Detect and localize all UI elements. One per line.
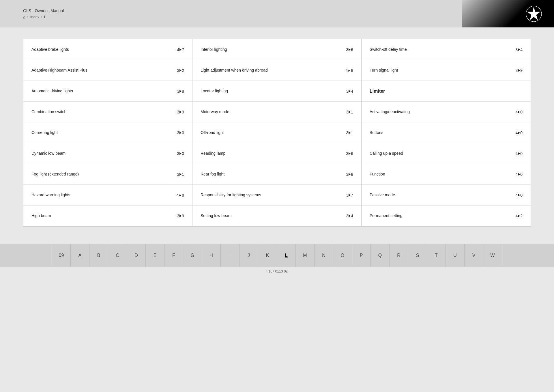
row-label: Passive mode (370, 192, 515, 198)
nav-item-09[interactable]: 09 (52, 244, 71, 267)
row-label: High beam (31, 213, 177, 219)
nav-item-n[interactable]: N (315, 244, 333, 267)
nav-item-f[interactable]: F (164, 244, 183, 267)
index-row[interactable]: Light adjustment when driving abroad4►8 (192, 60, 361, 81)
index-row[interactable]: Adaptive brake lights47 (23, 39, 192, 60)
nav-item-v[interactable]: V (465, 244, 483, 267)
nav-item-t[interactable]: T (427, 244, 446, 267)
header-title-area: GLS - Owner's Manual ⌂ › Index › L (23, 8, 64, 19)
index-row[interactable]: Adaptive Highbeam Assist Plus32 (23, 60, 192, 81)
doc-id: F167 0113 02 (266, 269, 288, 273)
nav-item-q[interactable]: Q (371, 244, 390, 267)
index-row[interactable]: Automatic driving lights38 (23, 81, 192, 102)
breadcrumb: ⌂ › Index › L (23, 15, 64, 19)
row-label: Responsibility for lighting systems (201, 192, 346, 198)
index-row[interactable]: Off-road light31 (192, 122, 361, 143)
nav-item-l[interactable]: L (277, 244, 296, 267)
breadcrumb-index[interactable]: Index (30, 15, 40, 19)
mercedes-benz-logo (525, 5, 542, 23)
index-row[interactable]: Limiter (362, 81, 531, 102)
nav-item-w[interactable]: W (483, 244, 502, 267)
alphabet-nav: 09ABCDEFGHIJKLMNOPQRSTUVW (0, 244, 554, 267)
index-row[interactable]: Turn signal light39 (362, 60, 531, 81)
document-title: GLS - Owner's Manual (23, 8, 64, 13)
index-row[interactable]: Interior lighting36 (192, 39, 361, 60)
row-label: Reading lamp (201, 151, 346, 156)
nav-item-m[interactable]: M (296, 244, 315, 267)
index-row[interactable]: Fog light (extended range)31 (23, 164, 192, 185)
home-icon[interactable]: ⌂ (23, 15, 25, 19)
nav-item-i[interactable]: I (221, 244, 239, 267)
svg-marker-1 (527, 6, 540, 20)
index-row[interactable]: Cornering light30 (23, 122, 192, 143)
row-label: Hazard warning lights (31, 192, 177, 198)
index-row[interactable]: Rear fog light38 (192, 164, 361, 185)
index-row[interactable]: Setting low beam34 (192, 206, 361, 226)
breadcrumb-sep-1: › (27, 15, 28, 19)
nav-item-b[interactable]: B (89, 244, 108, 267)
index-row[interactable]: Responsibility for lighting systems37 (192, 185, 361, 206)
nav-item-e[interactable]: E (146, 244, 164, 267)
row-label: Automatic driving lights (31, 88, 177, 94)
index-row[interactable]: Combination switch39 (23, 102, 192, 122)
row-label: Fog light (extended range) (31, 171, 177, 177)
index-row[interactable]: Switch-off delay time34 (362, 39, 531, 60)
nav-item-r[interactable]: R (390, 244, 408, 267)
row-label: Cornering light (31, 130, 177, 136)
index-row[interactable]: Dynamic low beam30 (23, 143, 192, 164)
page-header: GLS - Owner's Manual ⌂ › Index › L (0, 0, 554, 27)
nav-item-k[interactable]: K (258, 244, 277, 267)
index-table: Adaptive brake lights47Adaptive Highbeam… (23, 39, 531, 227)
nav-item-h[interactable]: H (202, 244, 221, 267)
index-row[interactable]: Buttons40 (362, 122, 531, 143)
nav-item-c[interactable]: C (108, 244, 127, 267)
row-label: Permanent setting (370, 213, 515, 219)
row-label: Interior lighting (201, 47, 346, 53)
index-row[interactable]: Passive mode40 (362, 185, 531, 206)
nav-item-u[interactable]: U (446, 244, 465, 267)
row-label: Combination switch (31, 109, 177, 115)
column-3: Switch-off delay time34Turn signal light… (362, 39, 531, 226)
row-label: Setting low beam (201, 213, 346, 219)
index-row[interactable]: Function40 (362, 164, 531, 185)
row-label: Locator lighting (201, 88, 346, 94)
index-row[interactable]: High beam39 (23, 206, 192, 226)
nav-item-o[interactable]: O (333, 244, 352, 267)
breadcrumb-sep-2: › (41, 15, 42, 19)
footer: F167 0113 02 (0, 267, 554, 278)
row-label: Motorway mode (201, 109, 346, 115)
index-row[interactable]: Motorway mode31 (192, 102, 361, 122)
row-label: Dynamic low beam (31, 151, 177, 156)
row-label: Turn signal light (370, 68, 515, 73)
index-row[interactable]: Activating/deactivating40 (362, 102, 531, 122)
index-row[interactable]: Hazard warning lights4►8 (23, 185, 192, 206)
row-label: Adaptive Highbeam Assist Plus (31, 68, 177, 73)
column-2: Interior lighting36Light adjustment when… (192, 39, 362, 226)
row-label: Activating/deactivating (370, 109, 515, 115)
row-label: Calling up a speed (370, 151, 515, 156)
nav-item-g[interactable]: G (183, 244, 202, 267)
column-1: Adaptive brake lights47Adaptive Highbeam… (23, 39, 192, 226)
nav-item-j[interactable]: J (239, 244, 258, 267)
index-row[interactable]: Permanent setting42 (362, 206, 531, 226)
section-header: Limiter (370, 89, 385, 94)
nav-item-s[interactable]: S (408, 244, 427, 267)
main-content: Adaptive brake lights47Adaptive Highbeam… (0, 27, 554, 238)
index-row[interactable]: Reading lamp36 (192, 143, 361, 164)
row-label: Adaptive brake lights (31, 47, 177, 53)
row-label: Function (370, 171, 515, 177)
nav-item-a[interactable]: A (71, 244, 89, 267)
logo-area (462, 0, 554, 27)
row-label: Buttons (370, 130, 515, 136)
row-label: Light adjustment when driving abroad (201, 68, 346, 73)
row-label: Off-road light (201, 130, 346, 136)
row-label: Switch-off delay time (370, 47, 515, 53)
breadcrumb-l: L (44, 15, 46, 19)
nav-item-p[interactable]: P (352, 244, 371, 267)
index-row[interactable]: Locator lighting34 (192, 81, 361, 102)
index-row[interactable]: Calling up a speed40 (362, 143, 531, 164)
row-label: Rear fog light (201, 171, 346, 177)
nav-item-d[interactable]: D (127, 244, 146, 267)
